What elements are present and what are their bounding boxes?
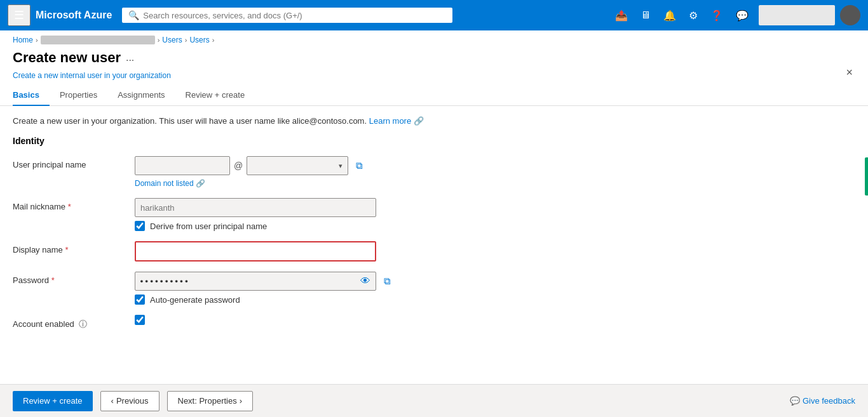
- form-body: Create a new user in your organization. …: [0, 106, 868, 384]
- breadcrumb-sep-1: ›: [36, 36, 38, 44]
- hamburger-menu-button[interactable]: ☰: [8, 4, 31, 26]
- copy-upn-button[interactable]: ⧉: [352, 157, 367, 174]
- info-icon: ⓘ: [79, 319, 87, 329]
- auto-generate-checkbox[interactable]: [135, 295, 145, 305]
- account-enabled-label: Account enabled ⓘ: [13, 315, 127, 330]
- feedback-button[interactable]: 💬: [731, 6, 754, 25]
- domain-not-listed-link[interactable]: Domain not listed 🔗: [135, 179, 855, 188]
- tab-review-create[interactable]: Review + create: [175, 85, 255, 106]
- page-title: Create new user: [13, 50, 121, 66]
- upn-label: User principal name: [13, 156, 127, 169]
- display-name-row: Display name *: [13, 241, 855, 261]
- tab-basics[interactable]: Basics: [13, 85, 50, 106]
- give-feedback-button[interactable]: 💬 Give feedback: [790, 396, 855, 406]
- password-label: Password *: [13, 272, 127, 285]
- tab-assignments[interactable]: Assignments: [107, 85, 175, 106]
- external-link-icon: 🔗: [196, 179, 205, 188]
- at-sign: @: [234, 161, 243, 171]
- account-enabled-row: Account enabled ⓘ: [13, 315, 855, 330]
- page-ellipsis-button[interactable]: ...: [126, 52, 134, 63]
- display-name-required: *: [65, 245, 68, 255]
- search-input[interactable]: [143, 11, 446, 20]
- mail-nickname-row: Mail nickname * Derive from user princip…: [13, 198, 855, 231]
- main-panel: Home › › Users › Users › Create new user…: [0, 30, 868, 417]
- domain-dropdown[interactable]: ▾: [247, 156, 348, 175]
- tab-properties[interactable]: Properties: [50, 85, 107, 106]
- page-subtitle: Create a new internal user in your organ…: [0, 71, 868, 85]
- cloud-upload-button[interactable]: 📤: [610, 6, 633, 25]
- breadcrumb-users1[interactable]: Users: [162, 36, 182, 44]
- breadcrumb-sep-3: ›: [185, 36, 187, 44]
- search-icon: 🔍: [128, 10, 139, 20]
- upn-row: User principal name @ ▾ ⧉ Domain not lis…: [13, 156, 855, 188]
- mail-nickname-input[interactable]: [135, 198, 376, 217]
- password-controls: 👁 ⧉ Auto-generate password: [135, 272, 855, 305]
- portal-button[interactable]: 🖥: [635, 6, 656, 25]
- upn-input-row: @ ▾ ⧉: [135, 156, 855, 175]
- close-button[interactable]: ×: [843, 63, 855, 82]
- mail-nickname-controls: Derive from user principal name: [135, 198, 855, 231]
- mail-nickname-label: Mail nickname *: [13, 198, 127, 211]
- tabs: Basics Properties Assignments Review + c…: [0, 85, 868, 106]
- learn-more-link[interactable]: Learn more: [369, 116, 411, 126]
- breadcrumb-tenant: [41, 36, 155, 44]
- breadcrumb-sep-2: ›: [158, 36, 160, 44]
- password-input[interactable]: [139, 277, 359, 286]
- breadcrumb-sep-4: ›: [212, 36, 215, 44]
- derive-checkbox-row: Derive from user principal name: [135, 221, 855, 231]
- password-input-wrap: 👁: [135, 272, 376, 291]
- account-box[interactable]: [759, 5, 835, 25]
- display-name-controls: [135, 241, 855, 261]
- notifications-button[interactable]: 🔔: [658, 6, 681, 25]
- upn-controls: @ ▾ ⧉ Domain not listed 🔗: [135, 156, 855, 188]
- auto-generate-label: Auto-generate password: [150, 295, 240, 305]
- upn-text-input[interactable]: [135, 156, 230, 175]
- page-header: Create new user ...: [0, 47, 868, 71]
- account-enabled-checkbox[interactable]: [135, 315, 145, 325]
- password-required: *: [51, 275, 55, 285]
- footer: Review + create ‹ Previous Next: Propert…: [0, 384, 868, 417]
- show-password-button[interactable]: 👁: [359, 274, 372, 288]
- breadcrumb: Home › › Users › Users ›: [0, 30, 868, 47]
- display-name-label: Display name *: [13, 241, 127, 255]
- topbar: ☰ Microsoft Azure 🔍 📤 🖥 🔔 ⚙ ❓ 💬: [0, 0, 868, 30]
- derive-label: Derive from user principal name: [150, 222, 267, 231]
- chevron-left-icon: ‹: [111, 396, 114, 406]
- auto-generate-row: Auto-generate password: [135, 295, 855, 305]
- account-enabled-controls: [135, 315, 855, 325]
- side-accent: [865, 157, 868, 195]
- avatar[interactable]: [840, 5, 860, 25]
- settings-button[interactable]: ⚙: [684, 6, 703, 25]
- chevron-down-icon: ▾: [339, 162, 342, 170]
- identity-section-title: Identity: [13, 136, 855, 146]
- derive-checkbox[interactable]: [135, 221, 145, 231]
- previous-button[interactable]: ‹ Previous: [100, 391, 159, 411]
- topbar-icons: 📤 🖥 🔔 ⚙ ❓ 💬: [610, 5, 860, 25]
- breadcrumb-users2[interactable]: Users: [189, 36, 209, 44]
- review-create-button[interactable]: Review + create: [13, 391, 93, 411]
- brand-title: Microsoft Azure: [36, 10, 112, 21]
- password-row: Password * 👁 ⧉ Auto-generate password: [13, 272, 855, 305]
- breadcrumb-home[interactable]: Home: [13, 36, 33, 44]
- search-box[interactable]: 🔍: [122, 8, 452, 23]
- password-input-row: 👁 ⧉: [135, 272, 855, 291]
- chevron-right-icon: ›: [240, 396, 242, 406]
- help-button[interactable]: ❓: [705, 6, 728, 25]
- mail-nickname-required: *: [68, 202, 71, 211]
- domain-not-listed-row: Domain not listed 🔗: [135, 179, 855, 188]
- next-button[interactable]: Next: Properties ›: [167, 391, 254, 411]
- form-description: Create a new user in your organization. …: [13, 116, 855, 126]
- copy-password-button[interactable]: ⧉: [380, 273, 395, 289]
- feedback-person-icon: 💬: [790, 396, 800, 406]
- display-name-input[interactable]: [135, 241, 376, 261]
